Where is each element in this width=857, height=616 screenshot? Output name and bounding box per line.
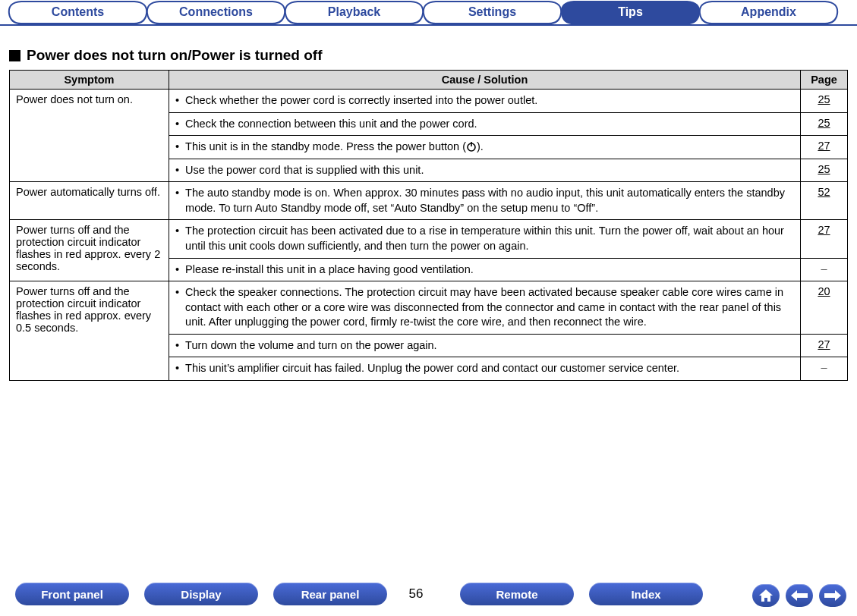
page-link[interactable]: 52 [818, 186, 830, 198]
page-link[interactable]: 25 [818, 93, 830, 105]
bullet-icon: • [175, 140, 179, 155]
table-row: Power turns off and the protection circu… [10, 220, 848, 258]
pill-label: Display [181, 588, 221, 601]
cause-text: Check whether the power cord is correctl… [185, 93, 537, 108]
tab-tips[interactable]: Tips [560, 0, 701, 24]
header-cause: Cause / Solution [169, 71, 801, 90]
tab-connections[interactable]: Connections [146, 0, 286, 24]
page-cell: 25 [801, 112, 848, 136]
bullet-icon: • [175, 186, 179, 215]
tab-label: Contents [52, 5, 104, 19]
cause-text: This unit is in the standby mode. Press … [185, 140, 484, 155]
cause-text: Turn down the volume and turn on the pow… [185, 338, 437, 354]
tab-label: Settings [468, 5, 516, 19]
page-cell: 27 [801, 220, 848, 258]
table-row: Power turns off and the protection circu… [10, 281, 848, 335]
bullet-icon: • [175, 224, 179, 253]
section-heading: Power does not turn on/Power is turned o… [9, 47, 857, 64]
power-icon [466, 141, 477, 152]
table-row: Power does not turn on.•Check whether th… [10, 90, 848, 113]
cause-cell: •Check the speaker connections. The prot… [169, 281, 801, 335]
bottom-nav-bar: Front panel Display Rear panel 56 Remote… [0, 581, 857, 607]
tab-playback[interactable]: Playback [284, 0, 424, 24]
tab-appendix[interactable]: Appendix [698, 0, 839, 24]
index-button[interactable]: Index [589, 583, 703, 605]
rear-panel-button[interactable]: Rear panel [273, 583, 387, 605]
bullet-icon: • [175, 117, 179, 132]
cause-cell: •This unit is in the standby mode. Press… [169, 136, 801, 159]
cause-text: The auto standby mode is on. When approx… [185, 186, 794, 215]
cause-cell: •Check whether the power cord is correct… [169, 90, 801, 113]
page-cell: – [801, 258, 848, 281]
prev-button[interactable] [786, 584, 813, 607]
bullet-icon: • [175, 163, 179, 178]
troubleshooting-table: Symptom Cause / Solution Page Power does… [9, 70, 848, 381]
cause-text: Check the connection between this unit a… [185, 117, 477, 132]
bullet-icon: • [175, 93, 179, 108]
pill-label: Front panel [41, 588, 103, 601]
page-cell: 52 [801, 182, 848, 220]
cause-cell: •Use the power cord that is supplied wit… [169, 159, 801, 182]
pill-label: Rear panel [301, 588, 360, 601]
pill-label: Index [631, 588, 660, 601]
page-link[interactable]: 20 [818, 285, 830, 297]
table-row: Power automatically turns off.•The auto … [10, 182, 848, 220]
page-number: 56 [401, 586, 431, 602]
top-tab-bar: Contents Connections Playback Settings T… [0, 0, 857, 26]
tab-settings[interactable]: Settings [422, 0, 562, 24]
bullet-icon: • [175, 361, 179, 376]
header-symptom: Symptom [10, 71, 169, 90]
page-link[interactable]: 25 [818, 117, 830, 129]
square-bullet-icon [9, 50, 20, 61]
home-button[interactable] [752, 584, 780, 607]
page-cell: 25 [801, 90, 848, 113]
cause-text: Use the power cord that is supplied with… [185, 163, 424, 178]
page-link[interactable]: 27 [818, 338, 830, 350]
section-title: Power does not turn on/Power is turned o… [27, 47, 323, 64]
tab-label: Appendix [741, 5, 796, 19]
bullet-icon: • [175, 262, 179, 278]
symptom-cell: Power automatically turns off. [10, 182, 169, 220]
cause-text: Please re-install this unit in a place h… [185, 262, 474, 278]
arrow-right-icon [824, 590, 841, 601]
tab-label: Tips [618, 5, 643, 19]
cause-cell: •This unit’s amplifier circuit has faile… [169, 357, 801, 381]
bullet-icon: • [175, 285, 179, 330]
remote-button[interactable]: Remote [460, 583, 574, 605]
page-cell: 25 [801, 159, 848, 182]
next-button[interactable] [819, 584, 846, 607]
page-dash: – [821, 361, 827, 373]
cause-cell: •The protection circuit has been activat… [169, 220, 801, 258]
page-cell: – [801, 357, 848, 381]
cause-text: The protection circuit has been activate… [185, 224, 794, 253]
pill-label: Remote [496, 588, 537, 601]
cause-cell: •Check the connection between this unit … [169, 112, 801, 136]
symptom-cell: Power turns off and the protection circu… [10, 281, 169, 381]
nav-icon-group [752, 584, 846, 607]
bullet-icon: • [175, 338, 179, 354]
page-link[interactable]: 27 [818, 224, 830, 236]
display-button[interactable]: Display [144, 583, 258, 605]
page-link[interactable]: 27 [818, 140, 830, 152]
symptom-cell: Power does not turn on. [10, 90, 169, 182]
page-dash: – [821, 262, 827, 275]
cause-text: This unit’s amplifier circuit has failed… [185, 361, 679, 376]
cause-cell: •Please re-install this unit in a place … [169, 258, 801, 281]
tab-contents[interactable]: Contents [8, 0, 148, 24]
cause-cell: •Turn down the volume and turn on the po… [169, 334, 801, 357]
home-icon [758, 589, 774, 602]
symptom-cell: Power turns off and the protection circu… [10, 220, 169, 281]
arrow-left-icon [791, 590, 808, 601]
cause-cell: •The auto standby mode is on. When appro… [169, 182, 801, 220]
tab-label: Playback [328, 5, 380, 19]
front-panel-button[interactable]: Front panel [15, 583, 129, 605]
page-cell: 20 [801, 281, 848, 335]
page-cell: 27 [801, 334, 848, 357]
page-link[interactable]: 25 [818, 163, 830, 175]
cause-text: Check the speaker connections. The prote… [185, 285, 794, 330]
page-cell: 27 [801, 136, 848, 159]
tab-label: Connections [179, 5, 253, 19]
header-page: Page [801, 71, 848, 90]
